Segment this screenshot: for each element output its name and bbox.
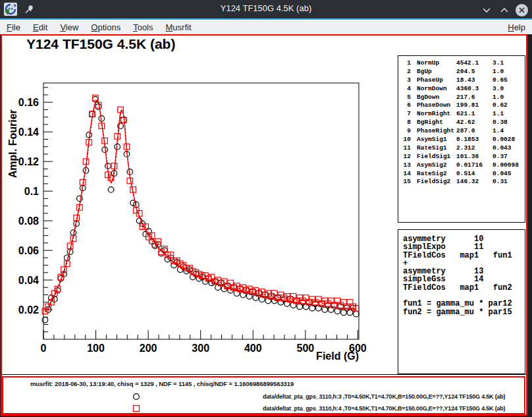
param-row: 5BgDown217.61.0 bbox=[402, 94, 525, 102]
window-title: Y124 TF150G 4.5K (ab) bbox=[0, 3, 532, 13]
theory-line: simpleGss 14 bbox=[403, 275, 525, 283]
menu-item-edit[interactable]: Edit bbox=[33, 22, 47, 32]
legend-label: data/deltat_pta_gps_3110,h:3 ,T0=4.50K,T… bbox=[263, 393, 505, 400]
root-canvas: 0100200300400500600Field (G)0.020.040.06… bbox=[1, 34, 527, 416]
param-row: 9PhaseRight287.01.4 bbox=[402, 127, 525, 136]
y-tick-label: 0.08 bbox=[18, 215, 39, 227]
menu-item-file[interactable]: File bbox=[7, 22, 20, 32]
x-tick-label: 300 bbox=[192, 343, 209, 354]
param-row: 1NormUp4542.13.1 bbox=[402, 59, 525, 68]
theory-line: fun2 = gamma_mu * par15 bbox=[403, 308, 525, 316]
param-row: 12FieldSig1101.360.37 bbox=[402, 153, 525, 161]
titlebar: ++ Y124 TF150G 4.5K (ab) bbox=[0, 0, 532, 18]
x-axis: 0100200300400500600Field (G) bbox=[41, 330, 367, 362]
minimize-button[interactable] bbox=[479, 3, 494, 17]
y-tick-label: 0.16 bbox=[18, 97, 39, 108]
maximize-button[interactable] bbox=[497, 3, 512, 17]
menu-item-view[interactable]: View bbox=[60, 22, 78, 32]
x-tick-label: 100 bbox=[87, 343, 105, 354]
x-axis-title: Field (G) bbox=[316, 350, 359, 362]
x-tick-label: 500 bbox=[296, 343, 314, 354]
param-row: 10AsymSig10.18530.0028 bbox=[402, 136, 525, 144]
param-row: 8BgRight42.620.38 bbox=[402, 119, 525, 127]
close-icon bbox=[516, 4, 528, 16]
y-tick-label: 0.1 bbox=[24, 186, 39, 197]
theory-box[interactable]: asymmetry 10simplExpo 11TFieldCos map1 f… bbox=[398, 229, 525, 374]
menubar: FileEditViewOptionsToolsMusrfit Help bbox=[0, 20, 532, 34]
menu-item-help[interactable]: Help bbox=[508, 22, 525, 32]
parameter-stats-box[interactable]: 1NormUp4542.13.12BgUp204.51.03PhaseUp18.… bbox=[398, 55, 525, 223]
pad-separator bbox=[1, 374, 526, 375]
menu-item-musrfit[interactable]: Musrfit bbox=[166, 22, 192, 32]
fit-info-text: musrfit: 2018-06-30, 13:19:40, chisq = 1… bbox=[30, 380, 294, 387]
x-tick-label: 0 bbox=[41, 343, 47, 354]
y-tick-label: 0.02 bbox=[18, 304, 39, 316]
series-h3-markers bbox=[42, 96, 359, 323]
menu-item-options[interactable]: Options bbox=[91, 22, 120, 32]
theory-line: TFieldCos map1 fun1 bbox=[403, 252, 525, 260]
menu-item-tools[interactable]: Tools bbox=[133, 22, 153, 32]
param-row: 11RateSig12.3120.043 bbox=[402, 144, 525, 153]
menu-items: FileEditViewOptionsToolsMusrfit bbox=[7, 22, 204, 32]
theory-line: fun1 = gamma_mu * par12 bbox=[403, 300, 525, 308]
info-pad: musrfit: 2018-06-30, 13:19:40, chisq = 1… bbox=[2, 376, 525, 414]
y-tick-label: 0.04 bbox=[18, 275, 39, 286]
close-button[interactable] bbox=[514, 3, 529, 17]
x-tick-label: 400 bbox=[244, 343, 262, 354]
param-row: 14RateSig20.5140.045 bbox=[402, 170, 525, 179]
open-circle-icon bbox=[132, 392, 141, 401]
theory-line: simplExpo 11 bbox=[403, 243, 525, 251]
param-row: 13AsymSig20.017160.00098 bbox=[402, 161, 525, 170]
app-window: ++ Y124 TF150G 4.5K (ab) bbox=[0, 0, 532, 417]
y-tick-label: 0.06 bbox=[18, 245, 39, 256]
param-row: 15FieldSig2146.320.31 bbox=[402, 178, 525, 186]
param-row: 4NormDown4360.33.0 bbox=[402, 85, 525, 94]
open-square-icon bbox=[132, 404, 141, 413]
y-axis: 0.020.040.060.080.10.120.140.16Ampl. Fou… bbox=[7, 88, 53, 332]
y-tick-label: 0.14 bbox=[18, 126, 39, 138]
theory-line: TFieldCos map1 fun2 bbox=[403, 284, 525, 292]
param-row: 7NormRight621.11.1 bbox=[402, 110, 525, 119]
param-row: 6PhaseDown199.810.62 bbox=[402, 101, 525, 110]
y-tick-label: 0.12 bbox=[18, 156, 39, 167]
legend-label: data/deltat_pta_gps_3110,h:4 ,T0=4.50K,T… bbox=[263, 405, 505, 412]
y-axis-title: Ampl. Fourier bbox=[7, 109, 18, 178]
param-row: 2BgUp204.51.0 bbox=[402, 68, 525, 76]
x-tick-label: 200 bbox=[140, 343, 157, 354]
param-row: 3PhaseUp18.430.65 bbox=[402, 76, 525, 85]
plot-title: Y124 TF150G 4.5K (ab) bbox=[26, 36, 175, 52]
